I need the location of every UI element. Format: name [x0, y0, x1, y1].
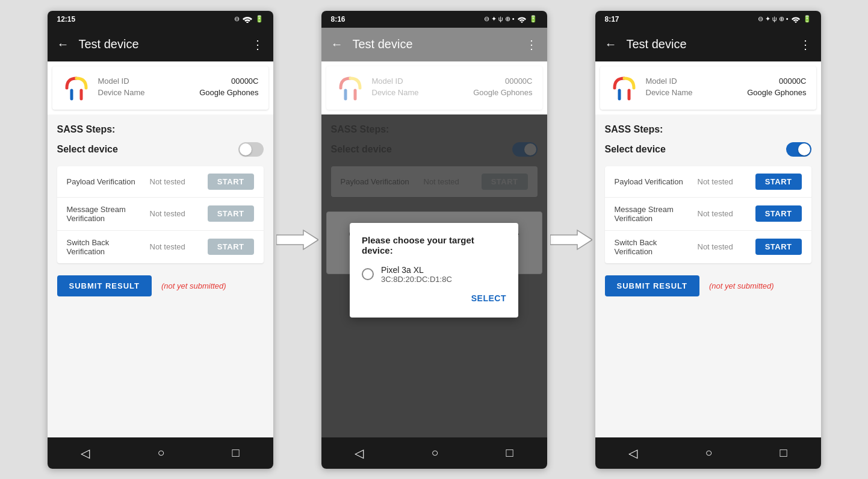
- overflow-menu-icon-1[interactable]: ⋮: [252, 37, 264, 52]
- back-icon-2[interactable]: ←: [331, 37, 343, 51]
- wifi-icon-1: [243, 16, 252, 23]
- arrow-svg-2: [550, 229, 592, 251]
- status-icons-2: ⊖ ✦ ψ ⊕ • 🔋: [484, 15, 538, 23]
- overflow-menu-icon-3[interactable]: ⋮: [799, 37, 811, 52]
- start-btn-switchback-1[interactable]: START: [208, 239, 254, 255]
- device-logo-1: [62, 74, 91, 102]
- app-title-2: Test device: [353, 37, 516, 51]
- arrow-svg-1: [276, 229, 318, 251]
- back-icon-1[interactable]: ←: [57, 37, 69, 51]
- modal-overlay-2: Please choose your target device: Pixel …: [321, 114, 547, 437]
- phone-screen-1: 12:15 ⊖ 🔋 ← Test device ⋮: [48, 11, 273, 469]
- step-name-message-3: Message Stream Verification: [615, 205, 693, 223]
- step-row-switchback-3: Switch Back Verification Not tested STAR…: [605, 231, 811, 263]
- back-nav-icon-1[interactable]: ◁: [81, 446, 90, 460]
- recents-nav-icon-3[interactable]: □: [780, 446, 787, 460]
- select-device-row-1: Select device: [57, 142, 264, 157]
- device-info-2: Model ID 00000C Device Name Google Gphon…: [372, 77, 533, 99]
- overflow-menu-icon-2[interactable]: ⋮: [525, 37, 538, 52]
- device-logo-2: [336, 74, 365, 102]
- back-nav-icon-2[interactable]: ◁: [355, 446, 364, 460]
- start-btn-payload-1[interactable]: START: [208, 174, 254, 190]
- sass-steps-label-1: SASS Steps:: [57, 124, 264, 135]
- status-bar-2: 8:16 ⊖ ✦ ψ ⊕ • 🔋: [321, 11, 547, 28]
- time-3: 8:17: [605, 15, 619, 23]
- steps-table-1: Payload Verification Not tested START Me…: [57, 166, 264, 263]
- screen-body-1: SASS Steps: Select device Payload Verifi…: [48, 114, 273, 437]
- select-device-label-3: Select device: [605, 144, 666, 155]
- screens-container: 12:15 ⊖ 🔋 ← Test device ⋮: [0, 0, 868, 479]
- home-nav-icon-3[interactable]: ○: [705, 446, 712, 460]
- step-name-switchback-3: Switch Back Verification: [615, 238, 693, 256]
- app-bar-1: ← Test device ⋮: [48, 28, 273, 61]
- device-name-label-3: Device Name: [646, 88, 693, 97]
- step-row-message-1: Message Stream Verification Not tested S…: [57, 198, 264, 231]
- start-btn-switchback-3[interactable]: START: [755, 239, 802, 255]
- home-nav-icon-1[interactable]: ○: [157, 446, 164, 460]
- screen-body-2: SASS Steps: Select device Payload Verifi…: [321, 114, 547, 437]
- device-name-row-1: Device Name Google Gphones: [98, 88, 259, 97]
- phone-screen-3: 8:17 ⊖ ✦ ψ ⊕ • 🔋 ← Test device ⋮: [595, 11, 821, 469]
- model-id-label-2: Model ID: [372, 77, 403, 86]
- start-btn-message-3[interactable]: START: [755, 205, 802, 222]
- device-card-2: Model ID 00000C Device Name Google Gphon…: [326, 66, 542, 110]
- submit-row-1: SUBMIT RESULT (not yet submitted): [57, 275, 264, 296]
- time-2: 8:16: [331, 15, 346, 23]
- step-status-switchback-1: Not tested: [150, 242, 203, 251]
- sass-steps-label-3: SASS Steps:: [605, 124, 811, 135]
- app-bar-2: ← Test device ⋮: [321, 28, 547, 61]
- submit-result-btn-3[interactable]: SUBMIT RESULT: [605, 275, 699, 296]
- select-btn-2[interactable]: SELECT: [471, 291, 506, 305]
- device-info-1: Model ID 00000C Device Name Google Gphon…: [98, 77, 259, 99]
- toggle-knob-3: [798, 143, 810, 155]
- device-name-value-1: Google Gphones: [199, 88, 258, 97]
- step-row-switchback-1: Switch Back Verification Not tested STAR…: [57, 231, 264, 263]
- wifi-icon-2: [518, 16, 526, 23]
- step-status-message-3: Not tested: [698, 209, 751, 218]
- step-name-payload-3: Payload Verification: [615, 177, 693, 186]
- back-nav-icon-3[interactable]: ◁: [628, 446, 637, 460]
- recents-nav-icon-2[interactable]: □: [506, 446, 513, 460]
- nav-bar-3: ◁ ○ □: [595, 437, 821, 469]
- radio-button-2[interactable]: [362, 268, 374, 280]
- status-icons-1: ⊖ 🔋: [234, 15, 264, 23]
- wifi-icon-3: [792, 16, 800, 23]
- not-submitted-label-3: (not yet submitted): [709, 281, 774, 290]
- modal-box-2: Please choose your target device: Pixel …: [350, 223, 518, 318]
- recents-nav-icon-1[interactable]: □: [232, 446, 239, 460]
- start-btn-message-1[interactable]: START: [208, 205, 254, 222]
- back-icon-3[interactable]: ←: [605, 37, 617, 51]
- time-1: 12:15: [57, 15, 76, 23]
- select-device-toggle-1[interactable]: [238, 142, 264, 157]
- model-id-value-1: 00000C: [231, 77, 259, 86]
- modal-device-option-2[interactable]: Pixel 3a XL 3C:8D:20:DC:D1:8C: [362, 265, 506, 284]
- nav-bar-1: ◁ ○ □: [48, 437, 273, 469]
- steps-table-3: Payload Verification Not tested START Me…: [605, 166, 811, 263]
- svg-marker-5: [550, 230, 592, 249]
- toggle-knob-1: [240, 143, 252, 155]
- step-row-payload-3: Payload Verification Not tested START: [605, 166, 811, 198]
- device-info-3: Model ID 00000C Device Name Google Gphon…: [646, 77, 807, 99]
- app-bar-3: ← Test device ⋮: [595, 28, 821, 61]
- step-name-payload-1: Payload Verification: [67, 177, 145, 186]
- model-id-value-3: 00000C: [779, 77, 807, 86]
- model-id-label-3: Model ID: [646, 77, 677, 86]
- status-icons-3: ⊖ ✦ ψ ⊕ • 🔋: [758, 15, 811, 23]
- not-submitted-label-1: (not yet submitted): [161, 281, 226, 290]
- model-id-row-1: Model ID 00000C: [98, 77, 259, 86]
- model-id-label-1: Model ID: [98, 77, 129, 86]
- step-row-payload-1: Payload Verification Not tested START: [57, 166, 264, 198]
- step-status-message-1: Not tested: [150, 209, 203, 218]
- step-status-switchback-3: Not tested: [698, 242, 751, 251]
- step-status-payload-1: Not tested: [150, 177, 203, 186]
- select-device-toggle-3[interactable]: [786, 142, 811, 157]
- device-name-value-3: Google Gphones: [747, 88, 806, 97]
- home-nav-icon-2[interactable]: ○: [431, 446, 438, 460]
- step-name-message-1: Message Stream Verification: [67, 205, 145, 223]
- status-bar-1: 12:15 ⊖ 🔋: [48, 11, 273, 28]
- model-id-row-2: Model ID 00000C: [372, 77, 533, 86]
- arrow-2: [547, 229, 595, 251]
- device-name-value-2: Google Gphones: [473, 88, 532, 97]
- start-btn-payload-3[interactable]: START: [755, 174, 802, 190]
- submit-result-btn-1[interactable]: SUBMIT RESULT: [57, 275, 152, 296]
